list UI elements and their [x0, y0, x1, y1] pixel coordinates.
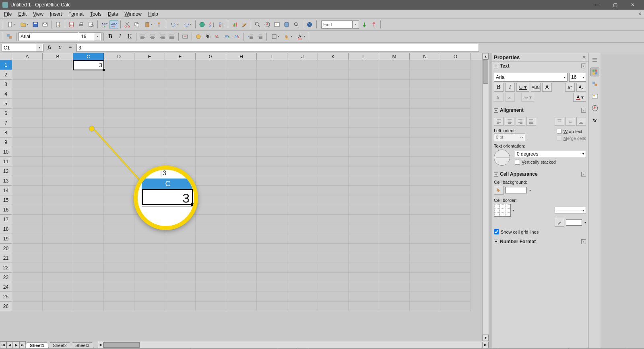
cell-I24[interactable]	[257, 282, 287, 292]
cell-M8[interactable]	[379, 128, 410, 138]
cell-L14[interactable]	[349, 186, 379, 195]
cell-D1[interactable]	[104, 60, 134, 70]
cell-I8[interactable]	[257, 128, 287, 138]
panel-sub-button[interactable]: AA	[576, 83, 586, 92]
column-header-N[interactable]: N	[410, 53, 440, 60]
cell-I15[interactable]	[257, 195, 287, 205]
cell-C18[interactable]	[73, 224, 104, 234]
panel-shadow-button[interactable]: A	[542, 83, 552, 92]
export-pdf-button[interactable]: PDF	[67, 20, 76, 29]
cell-G15[interactable]	[196, 195, 226, 205]
cell-N17[interactable]	[410, 215, 440, 224]
cell-A20[interactable]	[12, 244, 43, 253]
cell-O6[interactable]	[440, 109, 471, 118]
column-header-E[interactable]: E	[134, 53, 165, 60]
cell-B19[interactable]	[43, 234, 73, 244]
cell-A18[interactable]	[12, 224, 43, 234]
cell-E20[interactable]	[134, 244, 165, 253]
cell-J4[interactable]	[287, 89, 318, 99]
cell-N20[interactable]	[410, 244, 440, 253]
cell-B22[interactable]	[43, 263, 73, 273]
panel-strike-button[interactable]: ABC	[531, 83, 541, 92]
cell-G26[interactable]	[196, 302, 226, 311]
cell-A4[interactable]	[12, 89, 43, 99]
cell-J16[interactable]	[287, 205, 318, 215]
cell-H19[interactable]	[226, 234, 257, 244]
alignment-section-header[interactable]: −Alignment ▫	[491, 106, 588, 114]
cell-M15[interactable]	[379, 195, 410, 205]
cell-L8[interactable]	[349, 128, 379, 138]
cell-M25[interactable]	[379, 292, 410, 302]
cell-D6[interactable]	[104, 109, 134, 118]
cell-M16[interactable]	[379, 205, 410, 215]
cell-G7[interactable]	[196, 118, 226, 128]
cell-A17[interactable]	[12, 215, 43, 224]
cell-A7[interactable]	[12, 118, 43, 128]
cell-D19[interactable]	[104, 234, 134, 244]
cell-B21[interactable]	[43, 253, 73, 263]
cell-H25[interactable]	[226, 292, 257, 302]
cell-B15[interactable]	[43, 195, 73, 205]
cell-K6[interactable]	[318, 109, 349, 118]
cell-K1[interactable]	[318, 60, 349, 70]
cell-N7[interactable]	[410, 118, 440, 128]
cell-J2[interactable]	[287, 70, 318, 80]
cell-K14[interactable]	[318, 186, 349, 195]
cell-F22[interactable]	[165, 263, 196, 273]
cell-G8[interactable]	[196, 128, 226, 138]
cell-C25[interactable]	[73, 292, 104, 302]
cell-J15[interactable]	[287, 195, 318, 205]
cell-N10[interactable]	[410, 147, 440, 157]
styles-button[interactable]	[5, 32, 14, 41]
merge-cells-checkbox[interactable]: Merge cells	[557, 135, 586, 141]
cell-K8[interactable]	[318, 128, 349, 138]
cell-J3[interactable]	[287, 80, 318, 89]
cell-B18[interactable]	[43, 224, 73, 234]
cell-B6[interactable]	[43, 109, 73, 118]
scroll-down-button[interactable]: ▼	[483, 335, 489, 341]
cell-H12[interactable]	[226, 166, 257, 176]
column-header-B[interactable]: B	[43, 53, 73, 60]
cell-J25[interactable]	[287, 292, 318, 302]
border-color-swatch[interactable]	[566, 219, 582, 226]
cell-N6[interactable]	[410, 109, 440, 118]
properties-close-button[interactable]: ✕	[582, 55, 586, 60]
cell-D20[interactable]	[104, 244, 134, 253]
cell-O19[interactable]	[440, 234, 471, 244]
cell-K7[interactable]	[318, 118, 349, 128]
cell-J24[interactable]	[287, 282, 318, 292]
row-header-15[interactable]: 15	[0, 195, 12, 205]
sidebar-styles-icon[interactable]	[590, 80, 599, 88]
cell-N19[interactable]	[410, 234, 440, 244]
cell-M23[interactable]	[379, 273, 410, 282]
cell-N4[interactable]	[410, 89, 440, 99]
cell-K2[interactable]	[318, 70, 349, 80]
cell-E6[interactable]	[134, 109, 165, 118]
find-dropdown[interactable]: ▾	[353, 21, 359, 29]
row-header-26[interactable]: 26	[0, 302, 12, 311]
cell-K10[interactable]	[318, 147, 349, 157]
cell-O17[interactable]	[440, 215, 471, 224]
alignment-section-more-icon[interactable]: ▫	[581, 108, 586, 113]
cell-I6[interactable]	[257, 109, 287, 118]
cell-N22[interactable]	[410, 263, 440, 273]
cell-M4[interactable]	[379, 89, 410, 99]
sidebar-functions-icon[interactable]: fx	[590, 116, 599, 125]
menu-data[interactable]: Data	[105, 10, 121, 18]
cell-C23[interactable]	[73, 273, 104, 282]
cell-K11[interactable]	[318, 157, 349, 166]
cell-F23[interactable]	[165, 273, 196, 282]
cell-A5[interactable]	[12, 99, 43, 109]
menu-help[interactable]: Help	[145, 10, 161, 18]
scroll-left-button[interactable]: ◀	[97, 342, 103, 348]
cell-F8[interactable]	[165, 128, 196, 138]
cell-M1[interactable]	[379, 60, 410, 70]
cell-H10[interactable]	[226, 147, 257, 157]
cell-A10[interactable]	[12, 147, 43, 157]
cell-E21[interactable]	[134, 253, 165, 263]
print-button[interactable]	[77, 20, 86, 29]
cell-K16[interactable]	[318, 205, 349, 215]
cell-G5[interactable]	[196, 99, 226, 109]
cell-H23[interactable]	[226, 273, 257, 282]
row-header-1[interactable]: 1	[0, 60, 12, 70]
